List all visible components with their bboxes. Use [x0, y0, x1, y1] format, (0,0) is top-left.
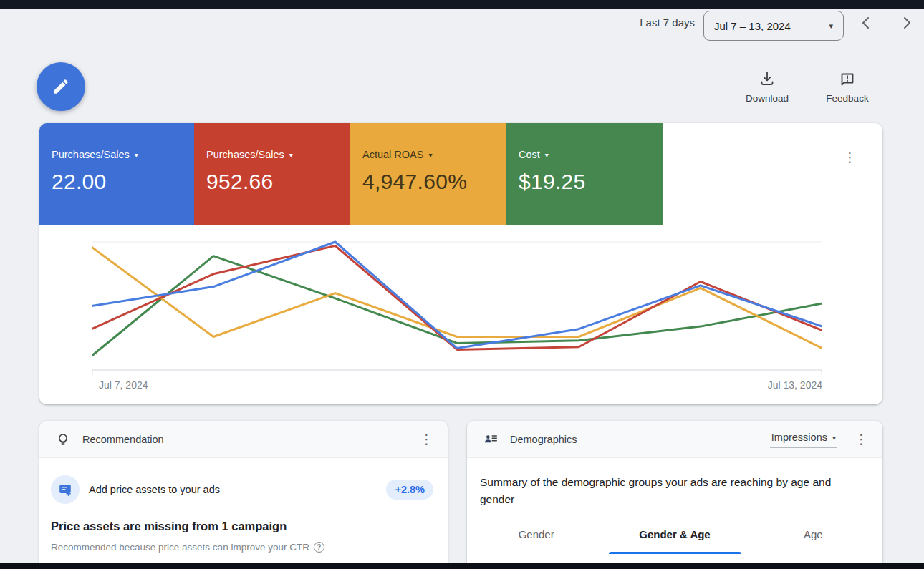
- date-range-preset-label: Last 7 days: [610, 15, 695, 31]
- chevron-down-icon: ▾: [428, 151, 432, 159]
- demographics-tabs: Gender Gender & Age Age: [467, 521, 882, 550]
- demographics-card-header: Demographics Impressions ▾ ⋮: [467, 421, 882, 458]
- x-axis-label-start: Jul 7, 2024: [92, 379, 148, 391]
- google-ads-overview-screen: Last 7 days Jul 7 – 13, 2024 ▾ Download: [0, 0, 924, 569]
- chart-line: [92, 247, 822, 348]
- performance-overview-card: Purchases/Sales▾ 22.00 Purchases/Sales▾ …: [39, 123, 882, 404]
- recommendation-card-title: Recommendation: [82, 434, 420, 445]
- edit-button[interactable]: [37, 62, 85, 111]
- bottom-letterbox-bar: [0, 563, 924, 569]
- active-tab-indicator: [609, 552, 741, 554]
- chevron-down-icon: ▾: [289, 151, 293, 159]
- download-button[interactable]: Download: [735, 70, 799, 104]
- tab-age[interactable]: Age: [744, 521, 882, 550]
- demographics-metric-value: Impressions: [771, 432, 827, 443]
- feedback-label: Feedback: [815, 93, 880, 104]
- chevron-left-icon: [857, 14, 875, 31]
- demographics-person-list-icon: [483, 432, 499, 447]
- previous-period-button[interactable]: [857, 14, 875, 31]
- demographics-menu-kebab-icon[interactable]: ⋮: [855, 432, 868, 446]
- feedback-icon: [815, 70, 880, 89]
- chart-line: [92, 245, 822, 349]
- recommendation-subtext: Recommended because price assets can imp…: [39, 533, 448, 553]
- download-label: Download: [735, 93, 799, 104]
- recommendation-card: Recommendation ⋮ Add price assets to you…: [39, 421, 448, 569]
- demographics-metric-selector[interactable]: Impressions ▾: [770, 430, 837, 448]
- next-period-button[interactable]: [898, 14, 915, 31]
- recommendation-subtext-text: Recommended because price assets can imp…: [51, 542, 309, 553]
- price-asset-icon: [51, 475, 80, 504]
- x-axis-label-end: Jul 13, 2024: [768, 379, 822, 391]
- metric-tile-actual-roas[interactable]: Actual ROAS▾ 4,947.60%: [350, 123, 506, 225]
- lightbulb-icon: [55, 432, 71, 447]
- tab-gender-and-age[interactable]: Gender & Age: [605, 521, 743, 550]
- pencil-icon: [52, 77, 70, 96]
- uplift-badge: +2.8%: [386, 480, 433, 500]
- recommendation-item[interactable]: Add price assets to your ads +2.8%: [39, 458, 448, 504]
- demographics-card: Demographics Impressions ▾ ⋮ Summary of …: [467, 421, 882, 569]
- chevron-right-icon: [898, 14, 915, 31]
- metric-value: $19.25: [519, 170, 650, 194]
- recommendation-card-header: Recommendation ⋮: [39, 421, 448, 458]
- recommendation-menu-kebab-icon[interactable]: ⋮: [420, 432, 433, 446]
- chevron-down-icon: ▾: [832, 434, 836, 442]
- chevron-down-icon: ▾: [829, 21, 833, 31]
- date-range-selector[interactable]: Jul 7 – 13, 2024 ▾: [703, 11, 844, 41]
- recommendation-headline: Price assets are missing from 1 campaign: [39, 504, 448, 533]
- metric-tile-purchases-sales-2[interactable]: Purchases/Sales▾ 952.66: [194, 123, 350, 225]
- chart-series-lines: [92, 242, 822, 356]
- metric-tile-purchases-sales-1[interactable]: Purchases/Sales▾ 22.00: [39, 123, 194, 225]
- recommendation-item-title[interactable]: Add price assets to your ads: [89, 484, 386, 495]
- metric-value: 22.00: [52, 170, 182, 194]
- metric-tiles: Purchases/Sales▾ 22.00 Purchases/Sales▾ …: [39, 123, 663, 225]
- x-axis-labels: Jul 7, 2024 Jul 13, 2024: [92, 379, 822, 391]
- demographics-summary: Summary of the demographic groups your a…: [467, 458, 882, 508]
- date-range-value: Jul 7 – 13, 2024: [714, 20, 823, 32]
- metric-label: Purchases/Sales: [52, 149, 130, 160]
- chevron-down-icon: ▾: [545, 151, 549, 159]
- metric-label: Purchases/Sales: [206, 149, 284, 160]
- metric-tile-cost[interactable]: Cost▾ $19.25: [506, 123, 663, 225]
- metric-label: Cost: [519, 149, 540, 160]
- metric-value: 952.66: [206, 170, 338, 194]
- card-menu-kebab-icon[interactable]: ⋮: [843, 150, 857, 164]
- metric-value: 4,947.60%: [362, 170, 494, 194]
- performance-line-chart[interactable]: [92, 235, 822, 378]
- help-icon[interactable]: ?: [314, 542, 324, 553]
- feedback-button[interactable]: Feedback: [815, 70, 880, 104]
- chevron-down-icon: ▾: [135, 151, 138, 159]
- top-letterbox-bar: [0, 0, 924, 9]
- download-icon: [735, 70, 799, 89]
- demographics-card-title: Demographics: [510, 434, 770, 445]
- tab-gender[interactable]: Gender: [467, 521, 605, 550]
- metric-label: Actual ROAS: [362, 149, 423, 160]
